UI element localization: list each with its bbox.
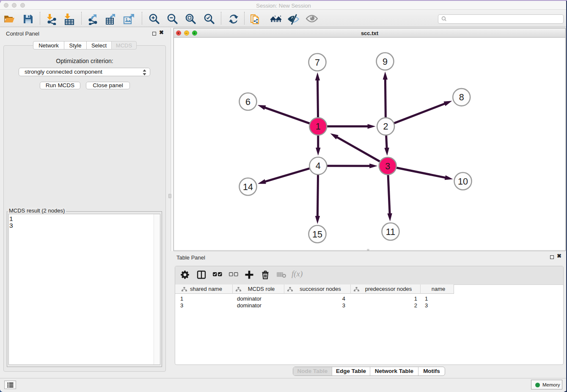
svg-text:4: 4 bbox=[316, 161, 321, 171]
svg-text:1: 1 bbox=[316, 121, 321, 132]
svg-text:6: 6 bbox=[245, 97, 250, 107]
svg-text:3: 3 bbox=[385, 161, 390, 171]
svg-text:2: 2 bbox=[383, 121, 388, 132]
svg-text:7: 7 bbox=[315, 58, 320, 68]
svg-text:8: 8 bbox=[459, 92, 464, 102]
svg-text:14: 14 bbox=[243, 182, 253, 192]
svg-text:15: 15 bbox=[312, 229, 322, 240]
svg-text:9: 9 bbox=[383, 57, 388, 67]
svg-text:11: 11 bbox=[386, 227, 395, 237]
svg-text:10: 10 bbox=[458, 177, 468, 187]
